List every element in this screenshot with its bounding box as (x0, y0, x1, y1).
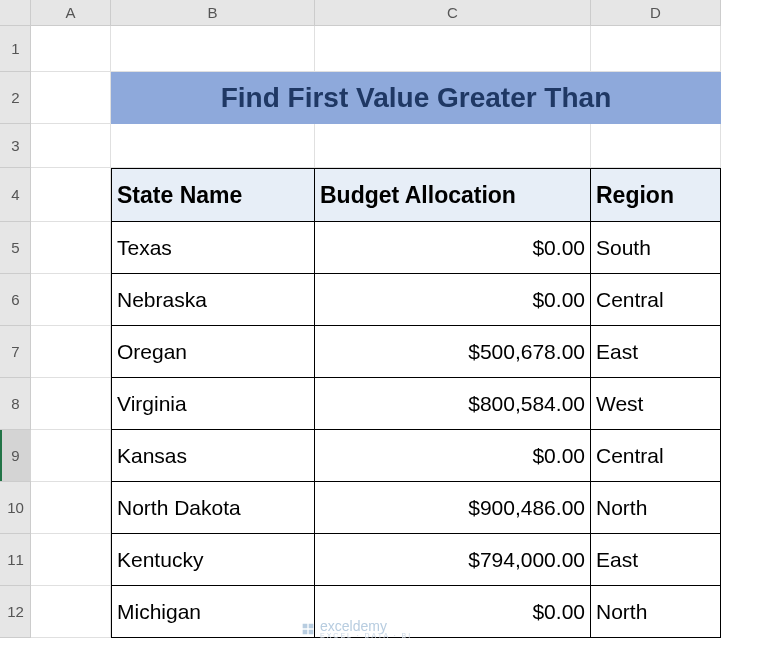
row-12: Michigan$0.00North (31, 586, 721, 638)
cell-a8[interactable] (31, 378, 111, 430)
cell-budget-7[interactable]: $0.00 (315, 586, 591, 638)
cell-budget-4[interactable]: $0.00 (315, 430, 591, 482)
row-3 (31, 124, 721, 168)
row-header-1[interactable]: 1 (0, 26, 31, 72)
cell-a3[interactable] (31, 124, 111, 168)
cell-state-2[interactable]: Oregan (111, 326, 315, 378)
cell-state-1[interactable]: Nebraska (111, 274, 315, 326)
row-header-7[interactable]: 7 (0, 326, 31, 378)
select-all-corner[interactable] (0, 0, 31, 26)
row-header-2[interactable]: 2 (0, 72, 31, 124)
row-header-5[interactable]: 5 (0, 222, 31, 274)
cell-c1[interactable] (315, 26, 591, 72)
cell-a11[interactable] (31, 534, 111, 586)
cell-a9[interactable] (31, 430, 111, 482)
cell-budget-1[interactable]: $0.00 (315, 274, 591, 326)
cell-b3[interactable] (111, 124, 315, 168)
cell-state-5[interactable]: North Dakota (111, 482, 315, 534)
row-header-12[interactable]: 12 (0, 586, 31, 638)
cell-a10[interactable] (31, 482, 111, 534)
cell-a5[interactable] (31, 222, 111, 274)
cell-a7[interactable] (31, 326, 111, 378)
col-header-d[interactable]: D (591, 0, 721, 26)
cell-region-7[interactable]: North (591, 586, 721, 638)
row-4: State NameBudget AllocationRegion (31, 168, 721, 222)
row-header-10[interactable]: 10 (0, 482, 31, 534)
header-budget[interactable]: Budget Allocation (315, 168, 591, 222)
cell-state-0[interactable]: Texas (111, 222, 315, 274)
cell-grid: Find First Value Greater ThanState NameB… (31, 26, 721, 638)
row-2: Find First Value Greater Than (31, 72, 721, 124)
cell-region-2[interactable]: East (591, 326, 721, 378)
cell-region-4[interactable]: Central (591, 430, 721, 482)
row-7: Oregan$500,678.00East (31, 326, 721, 378)
cell-c3[interactable] (315, 124, 591, 168)
cell-state-7[interactable]: Michigan (111, 586, 315, 638)
row-6: Nebraska$0.00Central (31, 274, 721, 326)
cell-budget-0[interactable]: $0.00 (315, 222, 591, 274)
row-header-6[interactable]: 6 (0, 274, 31, 326)
col-header-c[interactable]: C (315, 0, 591, 26)
cell-region-6[interactable]: East (591, 534, 721, 586)
cell-a1[interactable] (31, 26, 111, 72)
cell-state-6[interactable]: Kentucky (111, 534, 315, 586)
col-header-b[interactable]: B (111, 0, 315, 26)
row-header-4[interactable]: 4 (0, 168, 31, 222)
row-header-8[interactable]: 8 (0, 378, 31, 430)
row-10: North Dakota$900,486.00North (31, 482, 721, 534)
cell-region-1[interactable]: Central (591, 274, 721, 326)
cell-state-4[interactable]: Kansas (111, 430, 315, 482)
row-9: Kansas$0.00Central (31, 430, 721, 482)
cell-budget-5[interactable]: $900,486.00 (315, 482, 591, 534)
cell-a6[interactable] (31, 274, 111, 326)
spreadsheet: ABCD 123456789101112 Find First Value Gr… (0, 0, 768, 670)
cell-a12[interactable] (31, 586, 111, 638)
cell-b1[interactable] (111, 26, 315, 72)
col-header-a[interactable]: A (31, 0, 111, 26)
row-headers: 123456789101112 (0, 26, 31, 638)
cell-budget-6[interactable]: $794,000.00 (315, 534, 591, 586)
row-header-3[interactable]: 3 (0, 124, 31, 168)
header-region[interactable]: Region (591, 168, 721, 222)
cell-d1[interactable] (591, 26, 721, 72)
row-header-11[interactable]: 11 (0, 534, 31, 586)
cell-d3[interactable] (591, 124, 721, 168)
row-11: Kentucky$794,000.00East (31, 534, 721, 586)
cell-a4[interactable] (31, 168, 111, 222)
cell-a2[interactable] (31, 72, 111, 124)
cell-region-5[interactable]: North (591, 482, 721, 534)
cell-budget-3[interactable]: $800,584.00 (315, 378, 591, 430)
row-header-9[interactable]: 9 (0, 430, 31, 482)
cell-region-0[interactable]: South (591, 222, 721, 274)
column-headers: ABCD (31, 0, 721, 26)
row-1 (31, 26, 721, 72)
cell-budget-2[interactable]: $500,678.00 (315, 326, 591, 378)
cell-state-3[interactable]: Virginia (111, 378, 315, 430)
header-state[interactable]: State Name (111, 168, 315, 222)
cell-region-3[interactable]: West (591, 378, 721, 430)
row-8: Virginia$800,584.00West (31, 378, 721, 430)
row-5: Texas$0.00South (31, 222, 721, 274)
title-cell[interactable]: Find First Value Greater Than (111, 72, 721, 124)
